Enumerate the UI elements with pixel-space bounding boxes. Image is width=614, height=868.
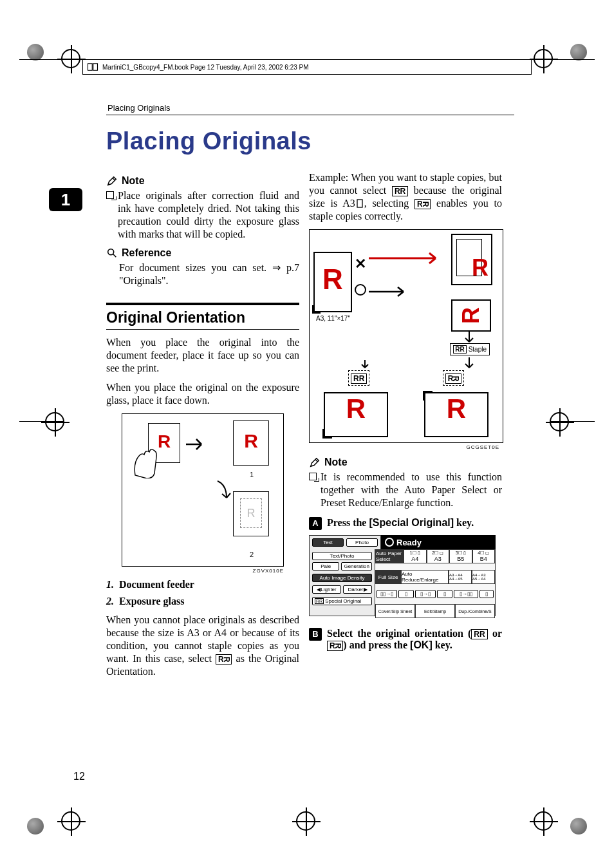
book-meta-bar: MartiniC1_GBcopy4_FM.book Page 12 Tuesda… (82, 59, 532, 75)
x-mark-icon: ✕ (355, 256, 366, 272)
step-text: key. (433, 639, 452, 650)
arrow-right-icon (367, 252, 445, 265)
step-text: Press the (327, 517, 369, 528)
panel-tray-2[interactable]: 2☐ ◻A3 (427, 549, 450, 563)
book-meta-text: MartiniC1_GBcopy4_FM.book Page 12 Tuesda… (102, 64, 309, 71)
crop-register-icon (534, 49, 553, 68)
panel-tab-text[interactable]: Text (312, 538, 344, 547)
arrow-down-icon (360, 359, 370, 372)
panel-btn-darker[interactable]: Darker▶ (343, 585, 372, 594)
circle-icon (355, 284, 366, 296)
panel-btn-pale[interactable]: Pale (312, 562, 339, 571)
note-label: Note (324, 457, 348, 468)
running-head: Placing Originals (107, 103, 171, 113)
reference-label: Reference (122, 247, 171, 259)
arrow-right-icon (185, 437, 209, 451)
crop-register-icon (534, 811, 553, 831)
orientation-standard-icon: RR (471, 629, 487, 639)
example-paragraph: Example: When you want to staple copies,… (309, 171, 502, 223)
panel-btn-auto-paper-select[interactable]: Auto Paper Select (375, 549, 404, 563)
panel-btn-ratio-2[interactable]: A4→A3 A5→A4 (472, 570, 495, 584)
panel-btn-full-size[interactable]: Full Size (375, 570, 401, 584)
step-badge-2: B (309, 628, 322, 641)
figure-staple-orientation: R ✕ R R A3, 11"×17" RRStaple (309, 229, 503, 443)
page-title: Placing Originals (106, 127, 312, 155)
panel-combine-icon[interactable]: ▯ (479, 590, 494, 598)
document-icon: R (313, 252, 352, 312)
panel-btn-dup-combine[interactable]: Dup./Combine/S (455, 604, 495, 618)
orientation-standard-icon: RR (392, 186, 408, 196)
pencil-icon (309, 457, 321, 468)
crop-ball (27, 44, 44, 61)
panel-btn-special-original[interactable]: RR Special Original (312, 597, 372, 605)
orientation-rotated-key: RR (443, 370, 464, 386)
panel-combine-icon[interactable]: ▯→▯▯ (454, 590, 478, 598)
hand-icon (129, 440, 161, 478)
orientation-rotated-icon: RR (216, 654, 232, 665)
step-2: B Select the original orientation (RR or… (309, 628, 502, 651)
panel-btn-ratio-1[interactable]: A3→A4 A4→A5 (449, 570, 472, 584)
note-heading: Note (106, 175, 299, 187)
panel-btn-auto-image-density[interactable]: Auto Image Density (312, 574, 372, 582)
note-text: Place originals after correction fluid a… (118, 190, 299, 240)
portrait-page-icon (355, 199, 364, 208)
ready-text: Ready (396, 538, 422, 547)
panel-btn-auto-reduce-enlarge[interactable]: Auto Reduce/Enlarge (401, 570, 449, 584)
step-text: key. (454, 517, 474, 528)
panel-btn-generation[interactable]: Generation (341, 562, 372, 571)
panel-btn-textphoto[interactable]: Text/Photo (312, 552, 372, 560)
para-glass: When you place the original on the expos… (106, 381, 299, 407)
book-icon (87, 62, 98, 71)
crop-register-icon (45, 412, 64, 431)
orientation-standard-key: RR (348, 370, 369, 386)
document-result-icon: R (324, 392, 388, 437)
panel-btn-cover-slip-sheet[interactable]: Cover/Slip Sheet (375, 604, 415, 618)
fig-callout-2: 2 (250, 551, 254, 558)
panel-tray-4[interactable]: 4☐ ◻B4 (472, 549, 496, 563)
fig-callout-1: 1 (250, 471, 254, 478)
display-panel-screenshot: Text Photo Ready Text/Photo Pale Generat… (309, 535, 496, 616)
edge-rule (550, 421, 595, 422)
subhead-rule-top (106, 303, 299, 305)
key-special-original: [Special Original] (369, 517, 454, 528)
panel-combine-icon[interactable]: ▯→▯ (415, 590, 436, 598)
panel-btn-lighter[interactable]: ◀Lighter (312, 585, 341, 594)
step-1: A Press the [Special Original] key. (309, 517, 502, 530)
subhead-rule-bottom (106, 329, 299, 330)
panel-combine-icon[interactable]: ▯ (398, 590, 414, 598)
ready-indicator-icon (385, 538, 394, 547)
checkbox-bullet-icon (309, 473, 317, 480)
panel-combine-icon[interactable]: ▯▯→▯ (377, 590, 397, 598)
step-text: Select the original orientation ( (327, 628, 471, 639)
edge-rule (19, 421, 64, 422)
panel-tray-3[interactable]: 3☐ ▯B5 (449, 549, 472, 563)
document-rotated-icon: R (451, 299, 491, 332)
note-item: Place originals after correction fluid a… (106, 189, 299, 241)
step-text: ) and press the (343, 639, 410, 650)
arrow-down-icon (464, 356, 474, 372)
crop-ball (570, 44, 587, 61)
arrow-curve-down-icon (215, 478, 232, 504)
crop-register-icon (61, 811, 80, 831)
panel-combine-icon[interactable]: ▯ (437, 590, 452, 598)
list-num-1: 1. (106, 579, 114, 590)
letter-r-icon: R (472, 254, 488, 281)
letter-r-icon: R (425, 393, 487, 424)
figure-code: GCGSET0E (309, 444, 499, 450)
letter-r-rotated-icon: R (458, 297, 485, 334)
para-feeder: When you place the original into the doc… (106, 336, 299, 375)
fig-size-label: A3, 11"×17" (316, 315, 350, 322)
svg-rect-1 (357, 200, 362, 207)
panel-ready-bar: Ready (381, 535, 496, 549)
page-number: 12 (73, 771, 85, 782)
orientation-rotated-icon: RR (414, 199, 431, 209)
step-text: or (488, 628, 502, 639)
document-icon: R (233, 420, 269, 466)
list-num-2: 2. (106, 596, 114, 607)
crop-ball (570, 818, 587, 835)
panel-tray-1[interactable]: 1☐ ▯A4 (404, 549, 427, 563)
key-ok: [OK] (410, 639, 433, 650)
magnifier-icon (106, 247, 118, 259)
panel-btn-edit-stamp[interactable]: Edit/Stamp (415, 604, 455, 618)
panel-tab-photo[interactable]: Photo (346, 538, 378, 547)
